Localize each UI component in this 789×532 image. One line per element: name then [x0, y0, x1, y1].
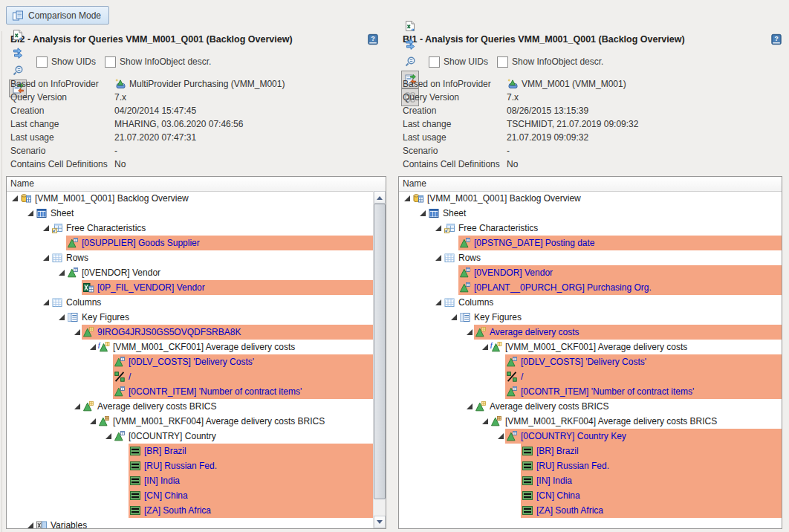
- tree-expander[interactable]: [25, 522, 35, 528]
- tree-expander[interactable]: [72, 329, 82, 335]
- tree-row[interactable]: [BR] Brazil: [7, 444, 373, 458]
- tree-expander[interactable]: [464, 329, 474, 335]
- tree-expander[interactable]: [402, 195, 412, 201]
- tree-row[interactable]: [0CONTR_ITEM] 'Number of contract items': [7, 384, 373, 399]
- help-icon[interactable]: ?: [367, 33, 379, 45]
- tree-expander[interactable]: [418, 210, 427, 216]
- tree-expander[interactable]: [88, 344, 97, 350]
- tree-row[interactable]: Average delivery costs BRICS: [399, 399, 782, 414]
- tree-expander[interactable]: [480, 344, 490, 350]
- scroll-up-button[interactable]: [374, 191, 386, 204]
- tree-node-label: [VMM_M001_Q001] Backlog Overview: [427, 191, 581, 206]
- tree-row[interactable]: Free Characteristics: [399, 221, 782, 236]
- comparison-mode-button[interactable]: Comparison Mode: [6, 6, 109, 25]
- scroll-thumb[interactable]: [374, 204, 386, 499]
- export-excel-button[interactable]: [9, 26, 27, 44]
- export-excel-button[interactable]: [401, 17, 419, 35]
- tree-row[interactable]: Free Characteristics: [7, 221, 373, 236]
- tree-node: f[VMM_M001_CKF001] Average delivery cost…: [490, 340, 782, 354]
- scroll-down-button[interactable]: [374, 516, 386, 528]
- tree-row[interactable]: [0COUNTRY] Country Key: [399, 429, 782, 444]
- tree-row[interactable]: [0VENDOR] Vendor: [399, 265, 782, 280]
- tree-column-header[interactable]: Name: [7, 177, 386, 192]
- tree-row[interactable]: 9IROG4JRJS0GS5OVQDFSRBA8K: [7, 325, 373, 340]
- tree-row[interactable]: [ZA] South Africa: [7, 503, 373, 518]
- tree-row[interactable]: Average delivery costs BRICS: [7, 399, 373, 414]
- tree-node: Columns: [51, 295, 373, 310]
- tree-expander[interactable]: [433, 255, 443, 261]
- tree-column-header[interactable]: Name: [399, 177, 782, 192]
- tree-row[interactable]: Columns: [399, 295, 782, 310]
- tree-row[interactable]: [BR] Brazil: [399, 444, 782, 458]
- tree-expander[interactable]: [56, 314, 66, 320]
- tree-row[interactable]: [0DLV_COSTS] 'Delivery Costs': [399, 354, 782, 369]
- tree-row[interactable]: [VMM_M001_RKF004] Average delivery costs…: [7, 414, 373, 429]
- tree-row[interactable]: [CN] China: [399, 488, 782, 503]
- infoprovider-icon: [114, 78, 126, 90]
- tree-row[interactable]: Sheet: [399, 206, 782, 221]
- tree-row[interactable]: Key Figures: [7, 310, 373, 325]
- tree-row[interactable]: f[VMM_M001_CKF001] Average delivery cost…: [399, 340, 782, 354]
- tree-row[interactable]: [VMM_M001_RKF004] Average delivery costs…: [399, 414, 782, 429]
- tree-expander[interactable]: [464, 403, 474, 409]
- tree-expander[interactable]: [10, 195, 19, 201]
- show-uids-checkbox[interactable]: [36, 56, 48, 68]
- tree-row[interactable]: [CN] China: [7, 488, 373, 503]
- tree-expander[interactable]: [480, 418, 490, 424]
- tree-row[interactable]: Average delivery costs: [399, 325, 782, 340]
- equals-icon: [522, 490, 533, 502]
- tree-row[interactable]: /: [7, 369, 373, 384]
- tree-row[interactable]: [0DLV_COSTS] 'Delivery Costs': [7, 354, 373, 369]
- swap-queries-button[interactable]: [401, 35, 419, 53]
- show-uids-option[interactable]: Show UIDs: [36, 56, 96, 68]
- tree-row[interactable]: f[VMM_M001_CKF001] Average delivery cost…: [7, 340, 373, 354]
- tree-row[interactable]: [0COUNTRY] Country: [7, 429, 373, 444]
- tree-row[interactable]: [ZA] South Africa: [399, 503, 782, 518]
- tree-expander[interactable]: [41, 255, 51, 261]
- tree-row[interactable]: [IN] India: [7, 473, 373, 488]
- show-infoobject-option[interactable]: Show InfoObject descr.: [497, 56, 603, 68]
- tree-row[interactable]: Rows: [7, 250, 373, 265]
- tree-expander[interactable]: [41, 225, 51, 231]
- show-infoobject-option[interactable]: Show InfoObject descr.: [105, 56, 211, 68]
- tree-row[interactable]: [0VENDOR] Vendor: [7, 265, 373, 280]
- tree-row[interactable]: [IN] India: [399, 473, 782, 488]
- tree-expander[interactable]: [496, 433, 505, 439]
- tree-row[interactable]: Sheet: [7, 206, 373, 221]
- show-infoobject-checkbox[interactable]: [105, 56, 116, 68]
- tree-node-label: [0PLANT__0PURCH_ORG] Purchasing Org.: [474, 280, 652, 295]
- tree-expander[interactable]: [56, 270, 66, 276]
- tree-row[interactable]: [0SUPPLIER] Goods Supplier: [7, 236, 373, 250]
- show-uids-option[interactable]: Show UIDs: [429, 56, 488, 68]
- tree-row[interactable]: [0PLANT__0PURCH_ORG] Purchasing Org.: [399, 280, 782, 295]
- tree-row[interactable]: [VMM_M001_Q001] Backlog Overview: [7, 191, 373, 206]
- tree-expander[interactable]: [433, 225, 443, 231]
- tree-row[interactable]: [0P_FIL_VENDOR] Vendor: [7, 280, 373, 295]
- tree-row[interactable]: Variables: [7, 518, 373, 528]
- tree-expander[interactable]: [41, 299, 51, 305]
- search-button[interactable]: [401, 53, 419, 71]
- tree-expander[interactable]: [25, 210, 35, 216]
- tree-row[interactable]: [VMM_M001_Q001] Backlog Overview: [399, 191, 782, 206]
- tree-row[interactable]: Columns: [7, 295, 373, 310]
- tree-row[interactable]: Rows: [399, 250, 782, 265]
- tree-expander[interactable]: [88, 418, 97, 424]
- tree-expander[interactable]: [449, 314, 458, 320]
- show-infoobject-checkbox[interactable]: [497, 56, 508, 68]
- equals-icon: [522, 505, 533, 516]
- tree-node: Sheet: [427, 206, 782, 221]
- tree-expander[interactable]: [103, 433, 113, 439]
- tree-row[interactable]: Key Figures: [399, 310, 782, 325]
- tree-row[interactable]: [0PSTNG_DATE] Posting date: [399, 236, 782, 250]
- free-chars-icon: [444, 222, 455, 234]
- tree-expander[interactable]: [433, 299, 443, 305]
- tree-scrollbar[interactable]: [373, 191, 386, 528]
- swap-queries-button[interactable]: [9, 44, 27, 62]
- show-uids-checkbox[interactable]: [429, 56, 440, 68]
- tree-row[interactable]: [RU] Russian Fed.: [399, 458, 782, 473]
- tree-row[interactable]: [0CONTR_ITEM] 'Number of contract items': [399, 384, 782, 399]
- tree-row[interactable]: /: [399, 369, 782, 384]
- help-icon[interactable]: ?: [770, 33, 782, 45]
- tree-expander[interactable]: [72, 403, 82, 409]
- tree-row[interactable]: [RU] Russian Fed.: [7, 458, 373, 473]
